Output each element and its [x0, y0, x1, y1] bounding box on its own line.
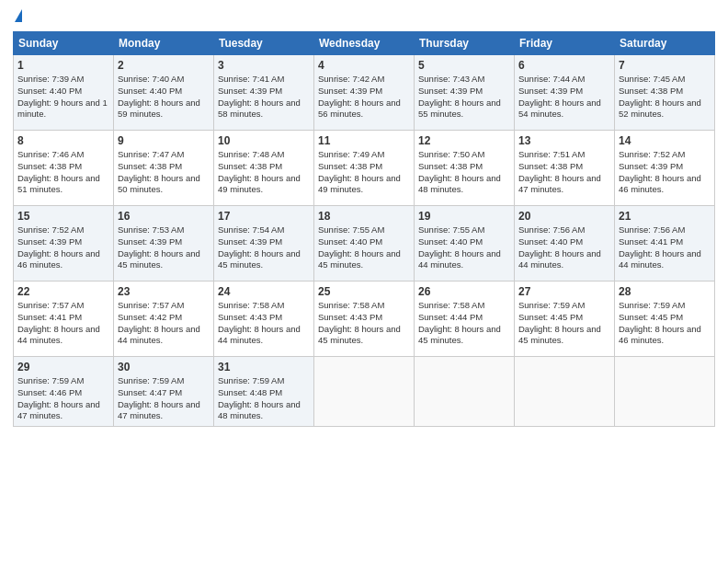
sunrise-text: Sunrise: 7:57 AM [118, 300, 184, 310]
day-info: Sunrise: 7:56 AMSunset: 4:40 PMDaylight:… [518, 224, 610, 271]
sunrise-text: Sunrise: 7:59 AM [17, 375, 84, 385]
calendar-day-cell: 27Sunrise: 7:59 AMSunset: 4:45 PMDayligh… [515, 282, 615, 357]
sunrise-text: Sunrise: 7:44 AM [518, 74, 585, 84]
sunset-text: Sunset: 4:40 PM [118, 86, 182, 96]
calendar-week-row: 22Sunrise: 7:57 AMSunset: 4:41 PMDayligh… [14, 282, 715, 357]
weekday-header-tuesday: Tuesday [214, 32, 314, 55]
day-info: Sunrise: 7:55 AMSunset: 4:40 PMDaylight:… [318, 224, 410, 271]
sunset-text: Sunset: 4:39 PM [17, 236, 82, 247]
daylight-text: Daylight: 8 hours and 46 minutes. [619, 173, 701, 195]
daylight-text: Daylight: 8 hours and 45 minutes. [318, 248, 401, 270]
day-info: Sunrise: 7:52 AMSunset: 4:39 PMDaylight:… [619, 149, 711, 196]
calendar-day-cell: 2Sunrise: 7:40 AMSunset: 4:40 PMDaylight… [114, 55, 214, 131]
calendar-day-cell: 11Sunrise: 7:49 AMSunset: 4:38 PMDayligh… [314, 131, 415, 206]
daylight-text: Daylight: 8 hours and 56 minutes. [318, 98, 401, 120]
daylight-text: Daylight: 8 hours and 45 minutes. [518, 324, 601, 346]
weekday-header-friday: Friday [515, 32, 615, 55]
sunset-text: Sunset: 4:40 PM [518, 236, 583, 247]
daylight-text: Daylight: 8 hours and 59 minutes. [118, 98, 200, 120]
day-info: Sunrise: 7:41 AMSunset: 4:39 PMDaylight:… [218, 74, 310, 121]
day-number: 6 [518, 59, 610, 72]
day-info: Sunrise: 7:54 AMSunset: 4:39 PMDaylight:… [218, 224, 310, 271]
sunset-text: Sunset: 4:42 PM [118, 312, 182, 322]
empty-cell [314, 357, 415, 427]
weekday-header-wednesday: Wednesday [314, 32, 415, 55]
calendar-day-cell: 18Sunrise: 7:55 AMSunset: 4:40 PMDayligh… [314, 206, 415, 282]
sunrise-text: Sunrise: 7:59 AM [218, 375, 284, 385]
header [13, 9, 715, 24]
sunrise-text: Sunrise: 7:51 AM [518, 149, 585, 159]
day-number: 24 [218, 285, 310, 298]
day-info: Sunrise: 7:55 AMSunset: 4:40 PMDaylight:… [418, 224, 510, 271]
sunrise-text: Sunrise: 7:57 AM [17, 300, 84, 310]
day-number: 7 [619, 59, 711, 72]
day-number: 17 [218, 210, 310, 223]
day-number: 29 [17, 361, 109, 373]
daylight-text: Daylight: 8 hours and 45 minutes. [318, 324, 401, 346]
day-number: 13 [518, 134, 610, 147]
logo-triangle-icon [15, 9, 22, 22]
day-number: 2 [118, 59, 210, 72]
sunrise-text: Sunrise: 7:46 AM [17, 149, 84, 159]
daylight-text: Daylight: 8 hours and 54 minutes. [518, 98, 601, 120]
weekday-header-saturday: Saturday [615, 32, 715, 55]
daylight-text: Daylight: 8 hours and 44 minutes. [218, 324, 301, 346]
calendar-week-row: 29Sunrise: 7:59 AMSunset: 4:46 PMDayligh… [14, 357, 715, 427]
day-number: 19 [418, 210, 510, 223]
weekday-header-thursday: Thursday [415, 32, 515, 55]
day-number: 4 [318, 59, 410, 72]
day-number: 9 [118, 134, 210, 147]
sunrise-text: Sunrise: 7:58 AM [318, 300, 384, 310]
sunset-text: Sunset: 4:43 PM [218, 312, 282, 322]
sunset-text: Sunset: 4:45 PM [518, 312, 583, 322]
sunrise-text: Sunrise: 7:59 AM [118, 375, 184, 385]
weekday-header-monday: Monday [114, 32, 214, 55]
sunset-text: Sunset: 4:40 PM [418, 236, 483, 247]
day-info: Sunrise: 7:47 AMSunset: 4:38 PMDaylight:… [118, 149, 210, 196]
sunset-text: Sunset: 4:39 PM [418, 86, 483, 96]
calendar-day-cell: 10Sunrise: 7:48 AMSunset: 4:38 PMDayligh… [214, 131, 314, 206]
sunset-text: Sunset: 4:38 PM [619, 86, 683, 96]
sunset-text: Sunset: 4:46 PM [17, 387, 82, 397]
sunset-text: Sunset: 4:43 PM [318, 312, 382, 322]
daylight-text: Daylight: 8 hours and 46 minutes. [619, 324, 701, 346]
calendar-day-cell: 5Sunrise: 7:43 AMSunset: 4:39 PMDaylight… [415, 55, 515, 131]
sunset-text: Sunset: 4:38 PM [318, 161, 382, 171]
daylight-text: Daylight: 8 hours and 49 minutes. [218, 173, 301, 195]
sunset-text: Sunset: 4:40 PM [17, 86, 82, 96]
calendar-day-cell: 1Sunrise: 7:39 AMSunset: 4:40 PMDaylight… [14, 55, 114, 131]
daylight-text: Daylight: 8 hours and 48 minutes. [418, 173, 501, 195]
sunrise-text: Sunrise: 7:40 AM [118, 74, 184, 84]
sunrise-text: Sunrise: 7:56 AM [518, 224, 585, 235]
sunrise-text: Sunrise: 7:53 AM [118, 224, 184, 235]
sunrise-text: Sunrise: 7:58 AM [218, 300, 284, 310]
calendar-day-cell: 30Sunrise: 7:59 AMSunset: 4:47 PMDayligh… [114, 357, 214, 427]
sunrise-text: Sunrise: 7:49 AM [318, 149, 384, 159]
day-info: Sunrise: 7:50 AMSunset: 4:38 PMDaylight:… [418, 149, 510, 196]
calendar-day-cell: 20Sunrise: 7:56 AMSunset: 4:40 PMDayligh… [515, 206, 615, 282]
sunrise-text: Sunrise: 7:59 AM [518, 300, 585, 310]
daylight-text: Daylight: 8 hours and 44 minutes. [518, 248, 601, 270]
sunrise-text: Sunrise: 7:41 AM [218, 74, 284, 84]
sunset-text: Sunset: 4:39 PM [118, 236, 182, 247]
day-info: Sunrise: 7:59 AMSunset: 4:46 PMDaylight:… [17, 375, 109, 422]
day-info: Sunrise: 7:51 AMSunset: 4:38 PMDaylight:… [518, 149, 610, 196]
day-info: Sunrise: 7:58 AMSunset: 4:44 PMDaylight:… [418, 300, 510, 347]
calendar-day-cell: 25Sunrise: 7:58 AMSunset: 4:43 PMDayligh… [314, 282, 415, 357]
day-info: Sunrise: 7:48 AMSunset: 4:38 PMDaylight:… [218, 149, 310, 196]
sunrise-text: Sunrise: 7:42 AM [318, 74, 384, 84]
sunset-text: Sunset: 4:39 PM [218, 86, 282, 96]
sunrise-text: Sunrise: 7:59 AM [619, 300, 685, 310]
daylight-text: Daylight: 8 hours and 47 minutes. [118, 399, 200, 421]
day-number: 20 [518, 210, 610, 223]
daylight-text: Daylight: 8 hours and 44 minutes. [418, 248, 501, 270]
day-number: 25 [318, 285, 410, 298]
sunrise-text: Sunrise: 7:52 AM [17, 224, 84, 235]
calendar-body: 1Sunrise: 7:39 AMSunset: 4:40 PMDaylight… [14, 55, 715, 427]
day-info: Sunrise: 7:45 AMSunset: 4:38 PMDaylight:… [619, 74, 711, 121]
calendar-day-cell: 28Sunrise: 7:59 AMSunset: 4:45 PMDayligh… [615, 282, 715, 357]
day-number: 31 [218, 361, 310, 373]
sunrise-text: Sunrise: 7:39 AM [17, 74, 84, 84]
daylight-text: Daylight: 8 hours and 55 minutes. [418, 98, 501, 120]
day-info: Sunrise: 7:53 AMSunset: 4:39 PMDaylight:… [118, 224, 210, 271]
